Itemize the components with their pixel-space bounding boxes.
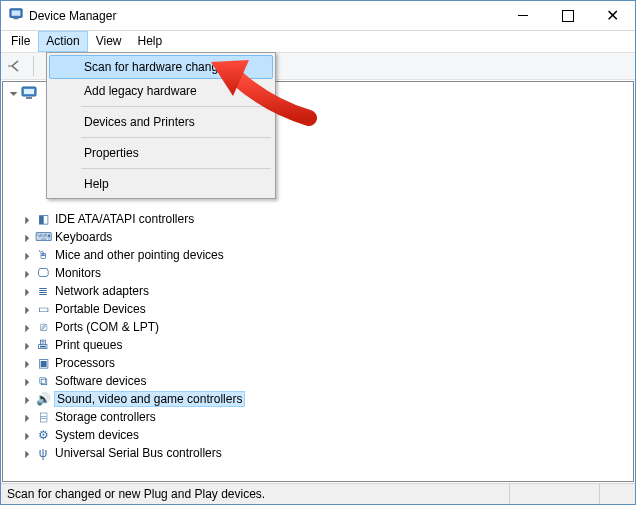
expand-collapse-icon[interactable] [21, 448, 35, 459]
tree-category[interactable]: ⌨Keyboards [7, 228, 633, 246]
expand-collapse-icon[interactable] [21, 250, 35, 261]
sound-icon: 🔊 [35, 391, 51, 407]
menu-item-add-legacy-hardware[interactable]: Add legacy hardware [49, 79, 273, 103]
menu-separator [81, 168, 271, 169]
tree-category[interactable]: 🖵Monitors [7, 264, 633, 282]
minimize-button[interactable] [500, 1, 545, 30]
category-label: IDE ATA/ATAPI controllers [55, 212, 194, 226]
computer-icon [21, 85, 37, 101]
expand-collapse-icon[interactable] [21, 376, 35, 387]
menu-item-label: Help [84, 177, 109, 191]
expand-collapse-icon[interactable] [21, 358, 35, 369]
tree-category[interactable]: ⧉Software devices [7, 372, 633, 390]
tree-category[interactable]: ◧IDE ATA/ATAPI controllers [7, 210, 633, 228]
expand-collapse-icon[interactable] [21, 214, 35, 225]
category-label: Sound, video and game controllers [55, 392, 244, 406]
menu-separator [81, 137, 271, 138]
category-label: System devices [55, 428, 139, 442]
tree-category[interactable]: ▭Portable Devices [7, 300, 633, 318]
menubar: File Action View Help [1, 31, 635, 52]
toolbar-separator [33, 56, 34, 76]
menu-item-help[interactable]: Help [49, 172, 273, 196]
expand-collapse-icon[interactable] [21, 340, 35, 351]
menu-item-properties[interactable]: Properties [49, 141, 273, 165]
tree-category[interactable]: ⌸Storage controllers [7, 408, 633, 426]
category-label: Portable Devices [55, 302, 146, 316]
svg-rect-4 [24, 89, 34, 94]
menu-item-devices-and-printers[interactable]: Devices and Printers [49, 110, 273, 134]
expand-collapse-icon[interactable] [21, 394, 35, 405]
menu-item-label: Add legacy hardware [84, 84, 197, 98]
titlebar: Device Manager ✕ [1, 1, 635, 31]
category-label: Print queues [55, 338, 122, 352]
expand-collapse-icon[interactable] [21, 268, 35, 279]
system-icon: ⚙ [35, 427, 51, 443]
category-label: Universal Serial Bus controllers [55, 446, 222, 460]
tree-category[interactable]: 🔊Sound, video and game controllers [7, 390, 633, 408]
printer-icon: 🖶 [35, 337, 51, 353]
category-label: Monitors [55, 266, 101, 280]
menu-file[interactable]: File [3, 31, 38, 52]
category-label: Network adapters [55, 284, 149, 298]
close-button[interactable]: ✕ [590, 1, 635, 30]
category-label: Software devices [55, 374, 146, 388]
app-icon [9, 7, 23, 24]
category-label: Processors [55, 356, 115, 370]
window-title: Device Manager [29, 9, 116, 23]
tree-category[interactable]: ⚙System devices [7, 426, 633, 444]
tree-category[interactable]: ≣Network adapters [7, 282, 633, 300]
network-icon: ≣ [35, 283, 51, 299]
tree-category[interactable]: 🖶Print queues [7, 336, 633, 354]
svg-rect-1 [12, 11, 21, 16]
menu-help[interactable]: Help [130, 31, 171, 52]
mouse-icon: 🖱 [35, 247, 51, 263]
action-dropdown: Scan for hardware changesAdd legacy hard… [46, 52, 276, 199]
menu-view[interactable]: View [88, 31, 130, 52]
expand-collapse-icon[interactable] [7, 88, 21, 99]
category-label: Keyboards [55, 230, 112, 244]
back-button[interactable] [7, 57, 25, 75]
svg-rect-5 [26, 97, 32, 99]
expand-collapse-icon[interactable] [21, 322, 35, 333]
expand-collapse-icon[interactable] [21, 430, 35, 441]
tree-category[interactable]: ψUniversal Serial Bus controllers [7, 444, 633, 462]
port-icon: ⎚ [35, 319, 51, 335]
tree-category[interactable]: 🖱Mice and other pointing devices [7, 246, 633, 264]
menu-item-label: Scan for hardware changes [84, 60, 231, 74]
window-controls: ✕ [500, 1, 635, 30]
status-text: Scan for changed or new Plug and Play de… [7, 487, 265, 501]
menu-action[interactable]: Action [38, 31, 87, 52]
category-label: Mice and other pointing devices [55, 248, 224, 262]
expand-collapse-icon[interactable] [21, 412, 35, 423]
menu-item-label: Properties [84, 146, 139, 160]
category-label: Storage controllers [55, 410, 156, 424]
monitor-icon: 🖵 [35, 265, 51, 281]
statusbar: Scan for changed or new Plug and Play de… [1, 483, 635, 504]
ide-icon: ◧ [35, 211, 51, 227]
keyboard-icon: ⌨ [35, 229, 51, 245]
tree-category[interactable]: ▣Processors [7, 354, 633, 372]
tree-category[interactable]: ⎚Ports (COM & LPT) [7, 318, 633, 336]
menu-item-scan-for-hardware-changes[interactable]: Scan for hardware changes [49, 55, 273, 79]
portable-icon: ▭ [35, 301, 51, 317]
storage-icon: ⌸ [35, 409, 51, 425]
menu-separator [81, 106, 271, 107]
expand-collapse-icon[interactable] [21, 286, 35, 297]
software-icon: ⧉ [35, 373, 51, 389]
menu-item-label: Devices and Printers [84, 115, 195, 129]
expand-collapse-icon[interactable] [21, 232, 35, 243]
svg-rect-2 [13, 18, 18, 20]
expand-collapse-icon[interactable] [21, 304, 35, 315]
cpu-icon: ▣ [35, 355, 51, 371]
category-label: Ports (COM & LPT) [55, 320, 159, 334]
maximize-button[interactable] [545, 1, 590, 30]
usb-icon: ψ [35, 445, 51, 461]
